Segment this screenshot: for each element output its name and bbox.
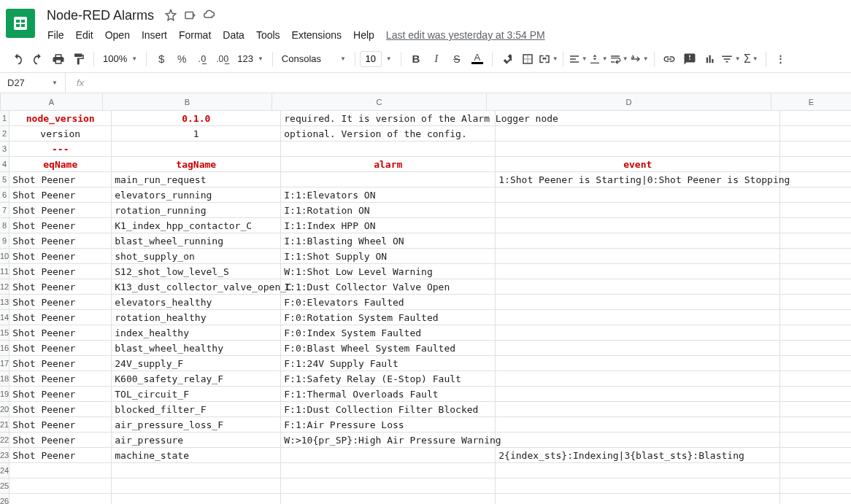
cell-C25[interactable] [281,478,496,494]
cell-B15[interactable]: index_healthy [112,325,281,341]
cell-B25[interactable] [112,478,281,494]
cell-C12[interactable]: I:1:Dust Collector Valve Open [281,279,496,295]
column-header-A[interactable]: A [1,93,103,111]
cell-B11[interactable]: S12_shot_low_level_S [112,264,281,279]
cell-D1[interactable] [496,111,780,126]
cell-C15[interactable]: F:0:Index System Faulted [281,325,496,341]
row-header-13[interactable]: 13 [0,295,9,310]
cell-E16[interactable] [780,341,851,356]
cell-A12[interactable]: Shot Peener [9,279,112,295]
cell-D7[interactable] [496,203,780,218]
row-header-15[interactable]: 15 [0,325,9,341]
merge-cells-icon[interactable]: ▼ [538,50,558,69]
cell-E4[interactable] [780,157,851,172]
name-box[interactable]: D27▼ [0,73,66,93]
menu-help[interactable]: Help [348,26,380,44]
cell-E15[interactable] [780,325,851,341]
cell-A17[interactable]: Shot Peener [9,356,112,371]
cell-A4[interactable]: eqName [9,157,112,172]
cell-D19[interactable] [496,387,780,402]
redo-icon[interactable] [28,50,48,69]
strikethrough-icon[interactable]: S [447,50,467,69]
cell-C22[interactable]: W:>10{pr_SP}:High Air Pressure Warning [281,433,496,448]
row-header-5[interactable]: 5 [0,172,9,187]
cell-B12[interactable]: K13_dust_collector_valve_open_C [112,279,281,295]
row-header-26[interactable]: 26 [0,494,9,504]
row-header-24[interactable]: 24 [0,463,9,478]
row-header-20[interactable]: 20 [0,402,9,417]
cell-B17[interactable]: 24V_supply_F [112,356,281,371]
cell-D8[interactable] [496,218,780,233]
cell-D26[interactable] [496,494,780,504]
formula-input[interactable] [95,73,851,93]
cell-E8[interactable] [780,218,851,233]
cell-C2[interactable]: optional. Version of the config. [281,126,496,141]
cell-B18[interactable]: K600_safety_relay_F [112,371,281,387]
row-header-22[interactable]: 22 [0,433,9,448]
cell-A1[interactable]: node_version [9,111,112,126]
cell-A10[interactable]: Shot Peener [9,249,112,264]
menu-file[interactable]: File [42,26,69,44]
cell-B3[interactable] [112,141,281,157]
cell-E24[interactable] [780,463,851,478]
menu-insert[interactable]: Insert [136,26,172,44]
text-wrap-icon[interactable]: ▼ [609,50,629,69]
cell-D5[interactable]: 1:Shot Peener is Starting|0:Shot Peener … [496,172,780,187]
column-header-B[interactable]: B [103,93,272,111]
v-align-icon[interactable]: ▼ [588,50,609,69]
cell-E12[interactable] [780,279,851,295]
cell-B22[interactable]: air_pressure [112,433,281,448]
link-icon[interactable] [659,50,679,69]
cell-D3[interactable] [496,141,780,157]
cell-B16[interactable]: blast_wheel_healthy [112,341,281,356]
cell-B10[interactable]: shot_supply_on [112,249,281,264]
zoom-select[interactable]: 100%▼ [99,50,142,69]
cell-E5[interactable] [780,172,851,187]
cell-D18[interactable] [496,371,780,387]
bold-icon[interactable]: B [406,50,426,69]
italic-icon[interactable]: I [426,50,447,69]
cell-D17[interactable] [496,356,780,371]
increase-decimal-icon[interactable]: .00̲ [212,50,233,69]
cell-C17[interactable]: F:1:24V Supply Fault [281,356,496,371]
menu-extensions[interactable]: Extensions [287,26,347,44]
h-align-icon[interactable]: ▼ [568,50,588,69]
cell-A24[interactable] [9,463,112,478]
cell-C26[interactable] [281,494,496,504]
move-icon[interactable] [183,9,196,22]
cell-C13[interactable]: F:0:Elevators Faulted [281,295,496,310]
cell-C14[interactable]: F:0:Rotation System Faulted [281,310,496,325]
cell-A5[interactable]: Shot Peener [9,172,112,187]
print-icon[interactable] [48,50,69,69]
cell-B9[interactable]: blast_wheel_running [112,233,281,249]
row-header-17[interactable]: 17 [0,356,9,371]
cell-B7[interactable]: rotation_running [112,203,281,218]
cell-E22[interactable] [780,433,851,448]
functions-sigma-icon[interactable]: Σ▼ [741,50,761,69]
cell-D24[interactable] [496,463,780,478]
row-header-11[interactable]: 11 [0,264,9,279]
cell-D2[interactable] [496,126,780,141]
cell-C6[interactable]: I:1:Elevators ON [281,187,496,203]
cell-A7[interactable]: Shot Peener [9,203,112,218]
cell-B1[interactable]: 0.1.0 [112,111,281,126]
cell-B13[interactable]: elevators_healthy [112,295,281,310]
cell-A16[interactable]: Shot Peener [9,341,112,356]
cell-D20[interactable] [496,402,780,417]
cell-B4[interactable]: tagName [112,157,281,172]
row-header-19[interactable]: 19 [0,387,9,402]
cell-D9[interactable] [496,233,780,249]
cell-B14[interactable]: rotation_healthy [112,310,281,325]
menu-format[interactable]: Format [174,26,216,44]
cell-C8[interactable]: I:1:Index HPP ON [281,218,496,233]
cell-D25[interactable] [496,478,780,494]
cell-E13[interactable] [780,295,851,310]
row-header-7[interactable]: 7 [0,203,9,218]
cell-A22[interactable]: Shot Peener [9,433,112,448]
fill-color-icon[interactable] [497,50,517,69]
cell-C9[interactable]: I:1:Blasting Wheel ON [281,233,496,249]
row-header-10[interactable]: 10 [0,249,9,264]
cell-C5[interactable] [281,172,496,187]
cell-A14[interactable]: Shot Peener [9,310,112,325]
cell-A11[interactable]: Shot Peener [9,264,112,279]
